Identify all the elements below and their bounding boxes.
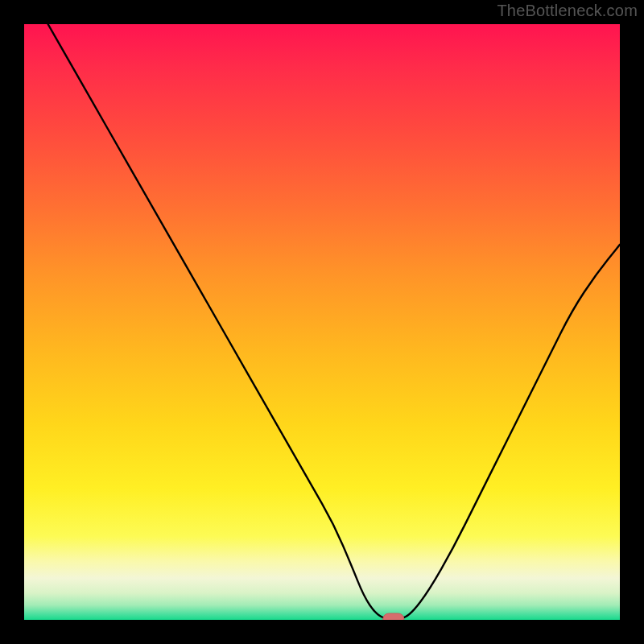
plot-area: [24, 24, 620, 620]
bottleneck-curve-chart: [24, 24, 620, 620]
gradient-background: [24, 24, 620, 620]
watermark-text: TheBottleneck.com: [497, 2, 638, 20]
chart-frame: TheBottleneck.com: [0, 0, 644, 644]
optimal-marker: [383, 613, 404, 620]
